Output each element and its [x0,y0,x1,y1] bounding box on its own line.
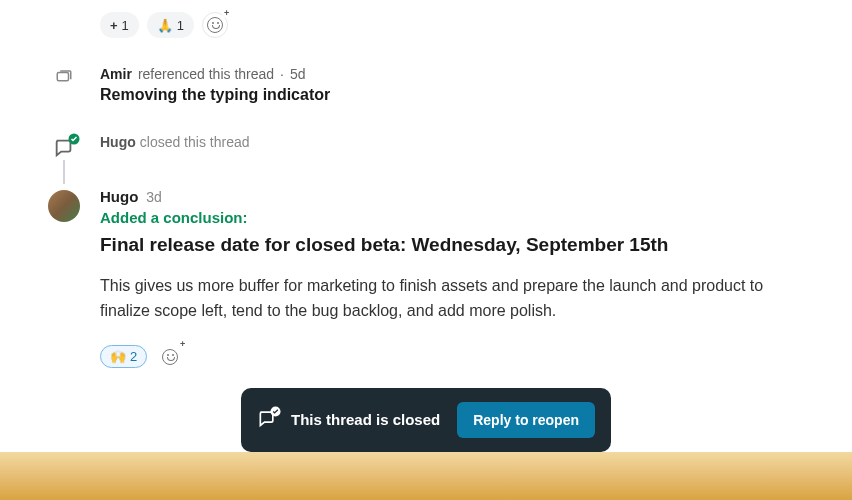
referenced-thread-link[interactable]: Removing the typing indicator [100,86,812,104]
timeline-connector [63,160,65,184]
conclusion-post: Hugo 3d Added a conclusion: Final releas… [40,188,812,370]
conclusion-title: Final release date for closed beta: Wedn… [100,234,812,256]
closed-banner-text: This thread is closed [291,411,443,428]
svg-rect-0 [57,73,68,81]
conclusion-label: Added a conclusion: [100,209,812,226]
add-reaction-button[interactable]: + [157,344,183,370]
thread-closed-banner: This thread is closed Reply to reopen [241,388,611,452]
closed-author[interactable]: Hugo [100,134,136,150]
reaction-raised-hands[interactable]: 🙌 2 [100,345,147,368]
smiley-icon [162,349,178,365]
reaction-plus-one[interactable]: + 1 [100,12,139,38]
reply-to-reopen-button[interactable]: Reply to reopen [457,402,595,438]
conclusion-body: This gives us more buffer for marketing … [100,274,812,324]
reference-author[interactable]: Amir [100,66,132,82]
post-time: 3d [146,189,162,205]
chat-stack-icon [54,68,74,86]
post-author[interactable]: Hugo [100,188,138,205]
thread-closed-icon [53,136,75,162]
thread-closed-icon [257,408,277,432]
closed-event: Hugo closed this thread [40,134,812,162]
reaction-pray[interactable]: 🙏 1 [147,12,194,38]
reference-event: Amir referenced this thread · 5d Removin… [40,66,812,104]
existing-reactions-row: + 1 🙏 1 + [100,12,812,38]
add-reaction-button[interactable]: + [202,12,228,38]
smiley-icon [207,17,223,33]
footer-background [0,452,852,500]
avatar[interactable] [48,190,80,222]
